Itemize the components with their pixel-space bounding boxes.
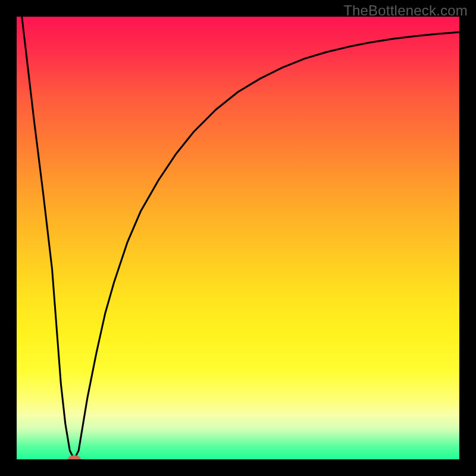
minimum-marker bbox=[68, 455, 81, 459]
curve-path bbox=[17, 17, 459, 459]
plot-area bbox=[17, 17, 459, 459]
watermark-text: TheBottleneck.com bbox=[343, 2, 468, 19]
bottleneck-curve bbox=[17, 17, 459, 459]
chart-frame: TheBottleneck.com bbox=[0, 0, 476, 476]
